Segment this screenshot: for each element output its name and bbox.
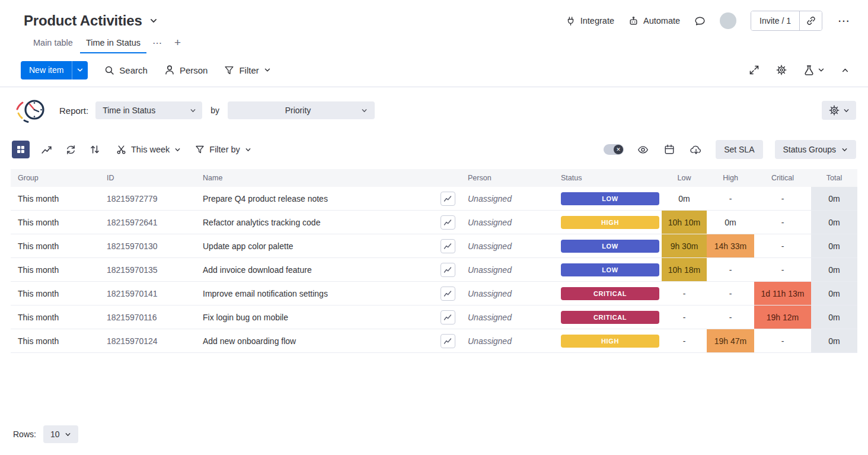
status-badge[interactable]: LOW <box>561 240 659 253</box>
cell-name[interactable]: Refactor analytics tracking code <box>190 211 436 234</box>
person-filter-button[interactable]: Person <box>164 65 208 75</box>
new-item-button[interactable]: New item <box>21 61 72 79</box>
sort-button[interactable] <box>88 142 102 157</box>
view-settings-button[interactable] <box>775 63 788 77</box>
calendar-button[interactable] <box>662 142 676 157</box>
time-in-status-logo <box>12 95 49 126</box>
search-button[interactable]: Search <box>104 65 148 75</box>
cell-name[interactable]: Fix login bug on mobile <box>190 306 436 329</box>
report-dimension-value: Priority <box>235 106 361 115</box>
new-item-dropdown-button[interactable] <box>72 61 88 79</box>
table-footer: Rows: 10 <box>0 425 868 443</box>
cell-name[interactable]: Add new onboarding flow <box>190 329 436 352</box>
copy-link-button[interactable] <box>799 11 822 30</box>
line-chart-icon <box>41 144 52 155</box>
tab-time-in-status[interactable]: Time in Status <box>80 33 146 53</box>
status-groups-select[interactable]: Status Groups <box>775 140 857 159</box>
status-badge[interactable]: CRITICAL <box>561 287 659 300</box>
board-toolbar-right <box>748 63 850 77</box>
cell-critical: - <box>754 187 811 210</box>
export-button[interactable] <box>688 142 704 157</box>
cell-group: This month <box>11 306 95 329</box>
scissors-icon <box>116 145 126 155</box>
status-badge[interactable]: LOW <box>561 192 659 205</box>
search-label: Search <box>119 65 148 75</box>
refresh-button[interactable] <box>63 142 78 157</box>
filter-button[interactable]: Filter <box>224 65 270 75</box>
row-chart-button[interactable] <box>441 215 455 230</box>
cell-status: HIGH <box>552 211 662 234</box>
table-row[interactable]: This month 18215970130 Update app color … <box>11 234 857 258</box>
toggle-switch[interactable]: ✕ <box>604 144 624 155</box>
tab-options-icon[interactable]: ⋯ <box>148 35 167 51</box>
status-badge[interactable]: HIGH <box>561 216 659 229</box>
chevron-down-icon <box>841 147 848 153</box>
automate-label: Automate <box>643 16 680 26</box>
cell-total: 0m <box>811 258 857 281</box>
row-chart-button[interactable] <box>441 263 455 277</box>
board-options-menu-button[interactable]: ⋯ <box>837 14 851 28</box>
board-chat-button[interactable] <box>694 15 706 27</box>
add-view-button[interactable]: + <box>168 35 187 50</box>
invite-button[interactable]: Invite / 1 <box>751 11 799 30</box>
table-row[interactable]: This month 18215972641 Refactor analytic… <box>11 211 857 234</box>
report-dimension-select[interactable]: Priority <box>228 101 375 119</box>
board-header: Product Activities Integrate Automate In… <box>0 0 868 32</box>
integrate-button[interactable]: Integrate <box>566 16 614 26</box>
cell-total: 0m <box>811 282 857 305</box>
status-groups-label: Status Groups <box>783 145 837 154</box>
cell-high: - <box>707 187 754 210</box>
set-sla-button[interactable]: Set SLA <box>716 140 762 159</box>
filter-by-select[interactable]: Filter by <box>195 145 251 154</box>
report-type-select[interactable]: Time in Status <box>95 101 202 119</box>
column-header-person: Person <box>459 174 552 182</box>
chart-view-button[interactable] <box>39 142 54 157</box>
cell-person: Unassigned <box>459 211 552 234</box>
time-range-select[interactable]: This week <box>116 145 181 155</box>
time-range-value: This week <box>131 145 170 154</box>
automate-button[interactable]: Automate <box>628 16 680 26</box>
cell-name[interactable]: Add invoice download feature <box>190 258 436 281</box>
row-chart-button[interactable] <box>441 239 455 253</box>
table-row[interactable]: This month 18215970116 Fix login bug on … <box>11 306 857 329</box>
row-chart-button[interactable] <box>441 334 455 348</box>
cell-status: LOW <box>552 258 662 281</box>
avatar[interactable] <box>720 12 736 29</box>
column-header-status: Status <box>552 174 662 182</box>
cell-name[interactable]: Improve email notification settings <box>190 282 436 305</box>
row-chart-button[interactable] <box>441 310 455 324</box>
cell-total: 0m <box>811 329 857 352</box>
report-settings-button[interactable] <box>822 101 856 120</box>
table-view-button[interactable] <box>12 141 30 158</box>
row-chart-button[interactable] <box>441 287 455 301</box>
cell-id: 18215970135 <box>95 258 190 281</box>
status-badge[interactable]: HIGH <box>561 335 659 348</box>
cell-name[interactable]: Update app color palette <box>190 234 436 257</box>
table-row[interactable]: This month 18215970124 Add new onboardin… <box>11 329 857 353</box>
column-header-total: Total <box>811 174 857 182</box>
table-row[interactable]: This month 18215970135 Add invoice downl… <box>11 258 857 282</box>
status-badge[interactable]: LOW <box>561 263 659 276</box>
cell-name[interactable]: Prepare Q4 product release notes <box>190 187 436 210</box>
board-title-menu-button[interactable] <box>148 15 159 26</box>
tab-main-table[interactable]: Main table <box>27 33 79 53</box>
cell-low: - <box>662 282 707 305</box>
table-row[interactable]: This month 18215972779 Prepare Q4 produc… <box>11 187 857 211</box>
collapse-header-button[interactable] <box>840 65 850 75</box>
table-row[interactable]: This month 18215970141 Improve email not… <box>11 282 857 306</box>
page-title[interactable]: Product Activities <box>24 12 142 29</box>
cell-high: 19h 47m <box>707 329 754 352</box>
cell-high: 0m <box>707 211 754 234</box>
row-chart-button[interactable] <box>441 192 455 206</box>
visibility-button[interactable] <box>636 142 650 157</box>
chevron-down-icon <box>843 107 850 114</box>
cell-person: Unassigned <box>459 234 552 257</box>
status-badge[interactable]: CRITICAL <box>561 311 659 324</box>
chat-bubble-icon <box>694 15 706 27</box>
search-icon <box>104 65 114 75</box>
integrate-label: Integrate <box>580 16 614 26</box>
fullscreen-button[interactable] <box>748 63 761 77</box>
chevron-down-icon <box>245 147 251 153</box>
apps-menu-button[interactable] <box>802 63 826 77</box>
rows-per-page-select[interactable]: 10 <box>43 425 79 443</box>
